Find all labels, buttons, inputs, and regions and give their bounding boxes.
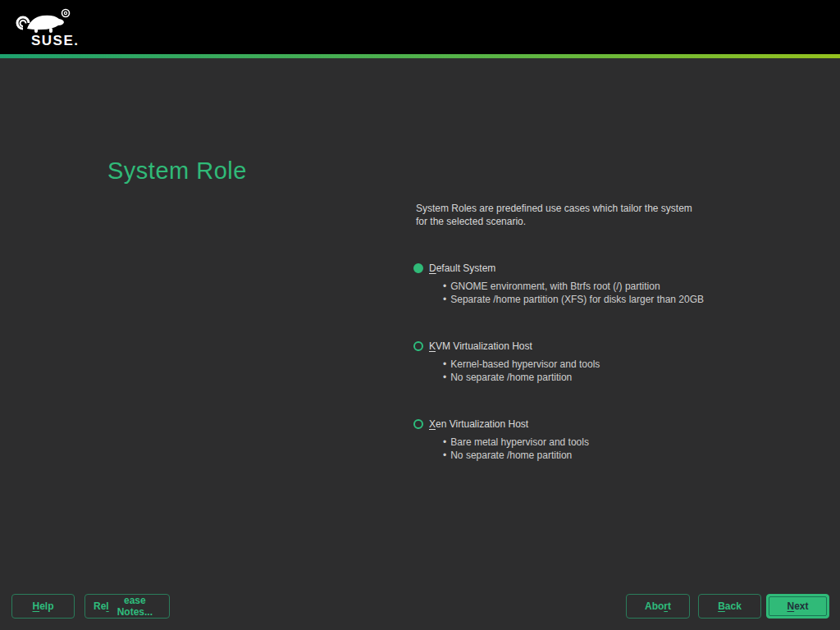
- role-detail-item: •Separate /home partition (XFS) for disk…: [443, 293, 774, 306]
- role-radio-2[interactable]: [413, 419, 423, 429]
- abort-button[interactable]: Abort: [626, 594, 690, 619]
- role-details: •GNOME environment, with Btrfs root (/) …: [443, 280, 774, 306]
- role-detail-item: •Bare metal hypervisor and tools: [443, 436, 774, 449]
- role-option-default-system[interactable]: Default System •GNOME environment, with …: [413, 262, 774, 306]
- suse-wordmark: SUSE.: [31, 33, 80, 49]
- bullet-glyph: •: [443, 450, 446, 461]
- suse-chameleon-icon: [11, 7, 75, 36]
- mnemonic-letter: X: [429, 418, 436, 430]
- role-radio-1[interactable]: [413, 341, 423, 351]
- role-option-xen-virtualization-host[interactable]: Xen Virtualization Host •Bare metal hype…: [413, 418, 774, 462]
- page-title: System Role: [107, 158, 247, 185]
- role-description-text: System Roles are predefined use cases wh…: [416, 202, 692, 228]
- mnemonic-letter: N: [787, 600, 794, 612]
- role-label[interactable]: Xen Virtualization Host: [429, 418, 528, 430]
- bullet-glyph: •: [443, 358, 446, 370]
- bullet-glyph: •: [443, 436, 446, 448]
- help-button[interactable]: Help: [11, 594, 75, 619]
- role-details: •Kernel-based hypervisor and tools •No s…: [443, 358, 774, 384]
- bullet-glyph: •: [443, 281, 446, 292]
- mnemonic-letter: H: [32, 600, 39, 612]
- back-button[interactable]: Back: [698, 594, 761, 619]
- role-detail-item: •GNOME environment, with Btrfs root (/) …: [443, 280, 774, 293]
- release-notes-button[interactable]: Release Notes...: [84, 594, 170, 619]
- role-label[interactable]: KVM Virtualization Host: [429, 340, 532, 352]
- brand-gradient-divider: [0, 54, 840, 58]
- bullet-glyph: •: [443, 372, 446, 383]
- top-brand-bar: SUSE.: [0, 0, 840, 54]
- mnemonic-letter: K: [429, 340, 436, 352]
- role-detail-item: •Kernel-based hypervisor and tools: [443, 358, 774, 371]
- installer-window: SUSE. System Role System Roles are prede…: [0, 0, 840, 630]
- role-details: •Bare metal hypervisor and tools •No sep…: [443, 436, 774, 462]
- mnemonic-letter: D: [429, 262, 436, 274]
- role-radio-row[interactable]: Default System: [413, 262, 774, 274]
- role-option-kvm-virtualization-host[interactable]: KVM Virtualization Host •Kernel-based hy…: [413, 340, 774, 384]
- role-radio-row[interactable]: Xen Virtualization Host: [413, 418, 774, 430]
- role-radio-0[interactable]: [413, 263, 423, 273]
- role-detail-item: •No separate /home partition: [443, 449, 774, 462]
- mnemonic-letter: B: [718, 600, 725, 612]
- suse-logo: SUSE.: [11, 5, 85, 51]
- role-detail-item: •No separate /home partition: [443, 371, 774, 384]
- role-radio-row[interactable]: KVM Virtualization Host: [413, 340, 774, 352]
- role-label[interactable]: Default System: [429, 262, 495, 274]
- bullet-glyph: •: [443, 294, 446, 305]
- next-button[interactable]: Next: [766, 594, 829, 619]
